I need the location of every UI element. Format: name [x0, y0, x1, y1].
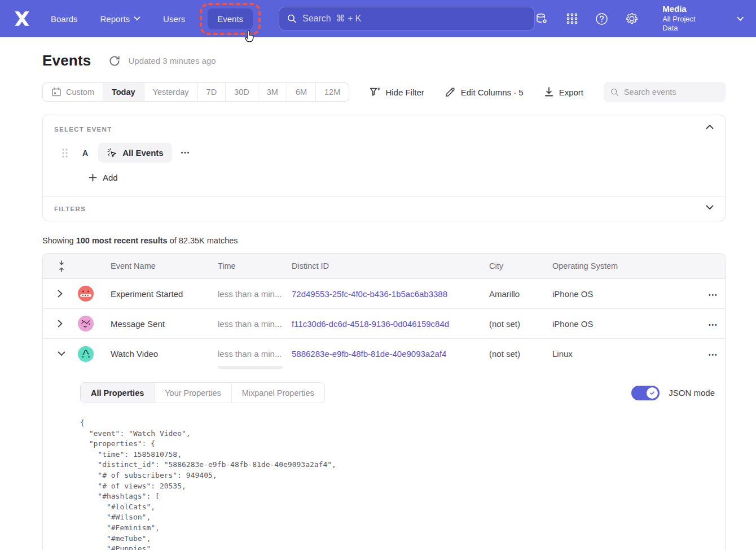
event-time: less than a min...	[218, 289, 292, 299]
add-event-button[interactable]: Add	[89, 173, 713, 182]
event-time: less than a min...	[218, 319, 292, 329]
help-icon[interactable]	[595, 12, 608, 25]
filters-label: FILTERS	[54, 206, 713, 212]
results-prefix: Showing	[42, 236, 76, 245]
date-option-label: 6M	[296, 88, 307, 97]
nav-item-events[interactable]: Events	[208, 8, 253, 29]
calendar-icon	[51, 87, 61, 97]
controls-row: Custom Today Yesterday 7D 30D 3M 6M 12M …	[42, 82, 726, 102]
results-count: 100 most recent results	[76, 236, 168, 245]
event-detail-panel: All Properties Your Properties Mixpanel …	[43, 369, 725, 550]
search-events-input[interactable]	[624, 88, 719, 97]
row-more-button[interactable]: •••	[709, 322, 718, 328]
query-builder-card: SELECT EVENT A All Events ••• Add	[42, 115, 726, 221]
nav-label: Reports	[100, 14, 130, 24]
column-header[interactable]: Operating System	[552, 261, 669, 270]
results-suffix: of 82.35K matches	[168, 236, 238, 245]
row-more-button[interactable]: •••	[709, 292, 718, 298]
date-option-today[interactable]: Today	[103, 83, 144, 101]
search-events	[604, 82, 726, 102]
mouse-cursor-icon	[243, 29, 257, 44]
nav-label: Events	[217, 14, 243, 24]
hide-filter-label: Hide Filter	[385, 88, 424, 97]
page-header: Events Updated 3 minutes ago	[42, 52, 726, 69]
date-option-label: 30D	[234, 88, 249, 97]
table-row-expanded[interactable]: Watch Video less than a min... 5886283e-…	[43, 339, 725, 369]
click-spark-icon	[107, 147, 117, 158]
check-icon	[649, 390, 656, 396]
date-option-custom[interactable]: Custom	[43, 83, 103, 101]
filters-section[interactable]: FILTERS	[43, 196, 725, 221]
row-more-button[interactable]: •••	[709, 352, 718, 358]
chevron-down-icon	[134, 16, 140, 21]
date-option-label: 3M	[267, 88, 278, 97]
event-os: Linux	[552, 349, 669, 359]
date-option-label: 7D	[206, 88, 217, 97]
json-mode-toggle[interactable]	[631, 386, 660, 400]
column-header[interactable]: City	[489, 261, 552, 270]
events-page: Boards Reports Users Events	[0, 0, 756, 550]
project-selector[interactable]: Media All Project Data	[662, 4, 710, 33]
add-label: Add	[103, 173, 118, 182]
table-row[interactable]: Experiment Started less than a min... 72…	[43, 279, 725, 309]
edit-columns-button[interactable]: Edit Columns · 5	[445, 86, 524, 98]
nav-item-reports[interactable]: Reports	[100, 14, 141, 24]
chevron-down-icon[interactable]	[706, 205, 714, 210]
date-option-yesterday[interactable]: Yesterday	[144, 83, 197, 101]
date-option-6m[interactable]: 6M	[287, 83, 315, 101]
mixpanel-logo-icon[interactable]	[12, 10, 32, 27]
data-management-icon[interactable]	[535, 12, 548, 25]
select-event-label: SELECT EVENT	[54, 126, 713, 133]
date-option-12m[interactable]: 12M	[315, 83, 349, 101]
event-selector-button[interactable]: All Events	[98, 143, 172, 163]
global-search-input[interactable]	[302, 14, 526, 24]
event-name: Watch Video	[111, 349, 218, 359]
nav-item-events-wrap: Events	[208, 8, 253, 29]
navbar-right: Media All Project Data	[535, 4, 744, 33]
distinct-id-link[interactable]: f11c30d6-dc6d-4518-9136-0d046159c84d	[292, 319, 449, 329]
distinct-id-link[interactable]: 72d49553-25fc-4f0c-b436-1b5ac6ab3388	[292, 289, 447, 299]
apps-grid-icon[interactable]	[565, 12, 578, 25]
column-header[interactable]: Distinct ID	[292, 261, 489, 270]
chevron-up-icon[interactable]	[706, 124, 714, 129]
tab-mixpanel-properties[interactable]: Mixpanel Properties	[231, 383, 324, 403]
expand-row-icon[interactable]	[43, 320, 68, 328]
edit-columns-label: Edit Columns · 5	[461, 88, 524, 97]
chevron-down-icon[interactable]	[737, 16, 744, 21]
settings-gear-icon[interactable]	[625, 12, 639, 25]
date-option-30d[interactable]: 30D	[225, 83, 258, 101]
column-header[interactable]: Event Name	[111, 261, 218, 270]
date-option-3m[interactable]: 3M	[258, 83, 287, 101]
table-row[interactable]: Message Sent less than a min... f11c30d6…	[43, 309, 725, 339]
distinct-id-link[interactable]: 5886283e-e9fb-48fb-81de-40e9093a2af4	[292, 349, 446, 359]
search-icon	[610, 88, 619, 97]
collapse-row-icon[interactable]	[43, 351, 68, 356]
date-option-label: 12M	[324, 88, 340, 97]
pencil-icon	[445, 86, 456, 98]
hide-filter-button[interactable]: Hide Filter	[369, 86, 424, 98]
results-summary: Showing 100 most recent results of 82.35…	[42, 236, 726, 245]
tab-all-properties[interactable]: All Properties	[81, 383, 154, 403]
event-row-more-button[interactable]: •••	[181, 150, 191, 156]
collapse-all-icon[interactable]	[43, 260, 68, 272]
project-scope: All Project Data	[662, 15, 710, 33]
project-name: Media	[662, 4, 710, 15]
event-city: (not set)	[489, 349, 552, 359]
nav-item-boards[interactable]: Boards	[51, 14, 78, 24]
drag-handle-icon[interactable]	[61, 147, 69, 159]
export-button[interactable]: Export	[544, 86, 583, 98]
event-os: iPhone OS	[552, 289, 669, 299]
json-mode-label: JSON mode	[669, 388, 715, 398]
refresh-icon[interactable]	[109, 55, 120, 67]
event-avatar	[78, 316, 94, 331]
event-avatar	[78, 286, 94, 302]
date-option-7d[interactable]: 7D	[197, 83, 226, 101]
select-event-section: SELECT EVENT A All Events ••• Add	[43, 115, 725, 196]
nav-item-users[interactable]: Users	[163, 14, 185, 24]
tab-your-properties[interactable]: Your Properties	[154, 383, 231, 403]
nav-label: Users	[163, 14, 185, 24]
download-icon	[544, 86, 554, 98]
column-header[interactable]: Time	[218, 261, 292, 270]
updated-timestamp: Updated 3 minutes ago	[128, 56, 216, 66]
expand-row-icon[interactable]	[43, 290, 68, 298]
